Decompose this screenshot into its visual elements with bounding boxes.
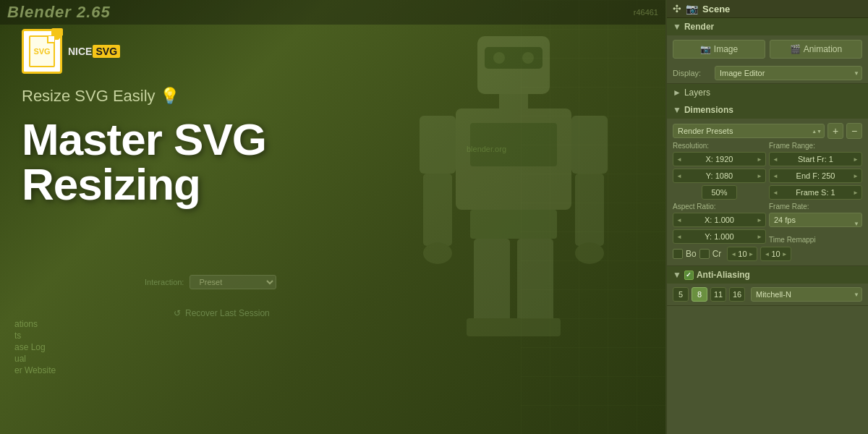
aspect-x-field[interactable]: ◄ X: 1.000 ►: [673, 213, 766, 227]
dimensions-header[interactable]: ▼ Dimensions: [667, 101, 868, 119]
aspect-y-left-arrow[interactable]: ◄: [676, 234, 682, 240]
recover-icon: ↺: [174, 308, 181, 318]
end-f-left-arrow[interactable]: ◄: [773, 173, 778, 179]
fps-select-wrapper[interactable]: 24 fps: [769, 213, 862, 234]
res-x-val: X: 1920: [684, 155, 755, 163]
aspect-y-right-arrow[interactable]: ►: [757, 234, 762, 240]
res-x-field[interactable]: ◄ X: 1920 ►: [673, 152, 766, 166]
aspect-col: Aspect Ratio: ◄ X: 1.000 ► ◄ Y: 1.000 ►: [673, 203, 766, 244]
display-select-wrapper[interactable]: Image Editor: [715, 66, 862, 80]
aa-checkbox[interactable]: ✓: [684, 271, 694, 280]
fps-select[interactable]: 24 fps: [769, 213, 862, 227]
preset-select[interactable]: Preset: [190, 275, 276, 289]
svg-rect-11: [575, 174, 604, 246]
cr-checkbox[interactable]: [699, 249, 710, 259]
end-f-right-arrow[interactable]: ►: [853, 173, 859, 179]
recover-session[interactable]: ↺ Recover Last Session: [174, 308, 270, 318]
display-select[interactable]: Image Editor: [715, 66, 862, 80]
remap1-right-arrow[interactable]: ►: [749, 251, 754, 258]
start-fr-val: Start Fr: 1: [780, 155, 851, 163]
blender-hash: r46461: [634, 8, 658, 17]
recover-label: Recover Last Session: [185, 308, 270, 318]
aspect-ratio-label: Aspect Ratio:: [673, 203, 766, 210]
blender-header: Blender 2.65 r46461: [0, 0, 665, 25]
remap1-left-arrow[interactable]: ◄: [731, 251, 736, 258]
scene-label: Scene: [702, 4, 730, 14]
svg-point-3: [493, 52, 505, 64]
menu-item-4[interactable]: ual: [14, 353, 56, 365]
res-y-field[interactable]: ◄ Y: 1080 ►: [673, 169, 766, 183]
interaction-label: Interaction:: [145, 278, 184, 286]
presets-select-wrapper[interactable]: Render Presets: [673, 124, 825, 138]
start-fr-left-arrow[interactable]: ◄: [773, 156, 778, 163]
render-header[interactable]: ▼ Render: [667, 18, 868, 35]
animation-render-button[interactable]: 🎬 Animation: [770, 40, 862, 59]
svg-point-13: [575, 242, 604, 264]
res-y-left-arrow[interactable]: ◄: [676, 173, 682, 179]
frame-s-field[interactable]: ◄ Frame S: 1 ►: [769, 185, 862, 200]
aa-section: ▼ ✓ Anti-Aliasing 5 8 11 16 Mitchell-N: [667, 266, 868, 306]
start-fr-field[interactable]: ◄ Start Fr: 1 ►: [769, 152, 862, 166]
frame-range-label: Frame Range:: [769, 142, 862, 150]
frame-s-val: Frame S: 1: [780, 188, 851, 197]
aa-header[interactable]: ▼ ✓ Anti-Aliasing: [667, 266, 868, 284]
layers-header[interactable]: ► Layers: [667, 84, 868, 101]
menu-item-3[interactable]: ase Log: [14, 341, 56, 353]
aspect-x-right-arrow[interactable]: ►: [757, 217, 762, 224]
image-render-button[interactable]: 📷 Image: [673, 40, 765, 59]
aspect-y-val: Y: 1.000: [684, 232, 755, 241]
cr-label: Cr: [712, 249, 722, 259]
remap-val1-field[interactable]: ◄ 10 ►: [727, 247, 757, 261]
svg-rect-9: [571, 116, 608, 174]
res-frame-row: Resolution: ◄ X: 1920 ► ◄ Y: 1080: [673, 142, 862, 200]
remap2-left-arrow[interactable]: ◄: [764, 251, 770, 258]
aa-num-11[interactable]: 11: [710, 287, 726, 302]
start-fr-right-arrow[interactable]: ►: [853, 156, 859, 163]
percent-field[interactable]: 50%: [702, 185, 736, 200]
aspect-x-val: X: 1.000: [684, 216, 755, 224]
preset-select-wrapper[interactable]: Preset: [190, 275, 276, 289]
preset-remove-button[interactable]: −: [846, 123, 862, 139]
interaction-row: Interaction: Preset: [145, 275, 276, 289]
bo-checkbox[interactable]: [673, 249, 683, 259]
left-panel: Blender 2.65 r46461 SVG NICE SVG Resize …: [0, 0, 665, 434]
menu-item-1[interactable]: ations: [14, 318, 56, 330]
res-x-left-arrow[interactable]: ◄: [676, 156, 682, 163]
scene-bar: ✣ 📷 Scene: [667, 0, 868, 18]
res-x-right-arrow[interactable]: ►: [757, 156, 762, 163]
logo-file: SVG: [29, 35, 55, 67]
remap-val2-field[interactable]: ◄ 10 ►: [760, 247, 791, 261]
remap2-right-arrow[interactable]: ►: [782, 251, 788, 258]
mitchell-select-wrapper[interactable]: Mitchell-N: [751, 287, 862, 302]
res-y-right-arrow[interactable]: ►: [757, 173, 762, 179]
preset-add-button[interactable]: +: [827, 123, 843, 139]
res-y-val: Y: 1080: [684, 171, 755, 180]
frame-range-col: Frame Range: ◄ Start Fr: 1 ► ◄ End F:: [769, 142, 862, 200]
frame-s-left-arrow[interactable]: ◄: [773, 190, 778, 196]
main-content: Resize SVG Easily 💡 Master SVG Resizing: [22, 87, 485, 207]
aa-num-8[interactable]: 8: [692, 287, 707, 302]
blender-url: blender.org: [467, 145, 506, 153]
svg-rect-5: [499, 94, 528, 109]
end-f-field[interactable]: ◄ End F: 250 ►: [769, 169, 862, 183]
animation-render-label: Animation: [804, 44, 842, 54]
cursor-icon: ✣: [673, 3, 681, 14]
aa-num-5[interactable]: 5: [673, 287, 689, 302]
svg-point-12: [423, 242, 452, 264]
presets-select[interactable]: Render Presets: [673, 124, 825, 138]
svg-rect-15: [474, 239, 510, 326]
layers-expand-icon: ►: [673, 88, 681, 98]
mitchell-select[interactable]: Mitchell-N: [751, 287, 862, 302]
resolution-col: Resolution: ◄ X: 1920 ► ◄ Y: 1080: [673, 142, 766, 200]
menu-item-5[interactable]: er Website: [14, 365, 56, 376]
blender-menu: ations ts ase Log ual er Website: [14, 318, 56, 376]
aspect-x-left-arrow[interactable]: ◄: [676, 217, 682, 224]
aspect-y-field[interactable]: ◄ Y: 1.000 ►: [673, 229, 766, 244]
svg-rect-16: [517, 239, 553, 326]
image-render-label: Image: [714, 44, 738, 54]
remap-val2: 10: [771, 250, 780, 258]
menu-item-2[interactable]: ts: [14, 330, 56, 341]
aa-num-16[interactable]: 16: [729, 287, 745, 302]
frame-s-right-arrow[interactable]: ►: [853, 190, 859, 196]
percent-row: 50%: [673, 185, 766, 200]
